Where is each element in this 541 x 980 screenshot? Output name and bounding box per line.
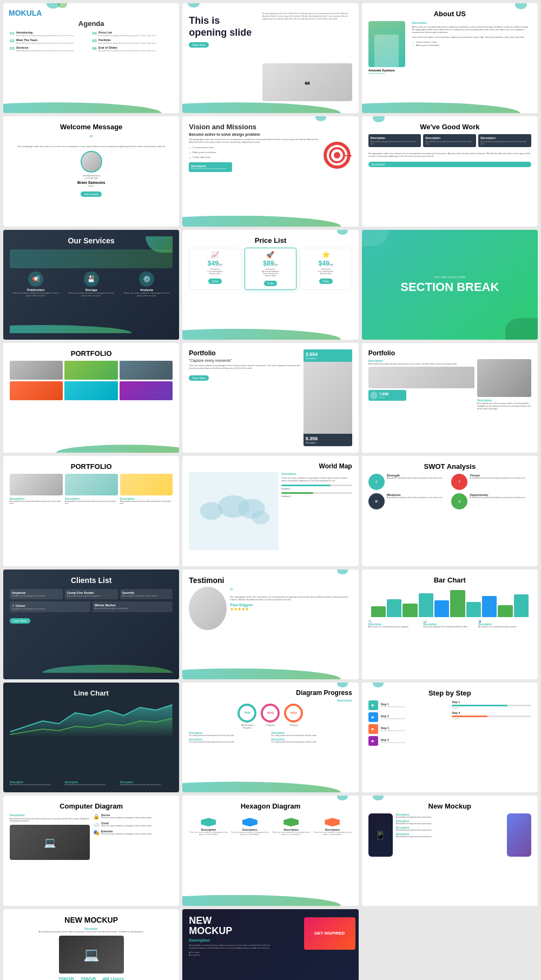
slide-section-break: Let's make a cup of coffee SECTION BREAK [362, 230, 538, 340]
mockup-phone: 📱 [368, 813, 393, 857]
welcome-phone: +111 347 382 [10, 177, 173, 180]
swot-item: W WeaknesA wonderful morning has been ta… [368, 493, 448, 509]
slide-portfolio-grid: PORTFOLIO Description A wonderful mornin… [3, 456, 179, 566]
service-icon: 📢 [28, 272, 43, 287]
step-num: ▶ [368, 700, 378, 710]
bar [498, 605, 512, 617]
clients-btn[interactable]: Learn More [10, 618, 30, 624]
work-card: DescriptionA wonderful morning has been … [478, 134, 531, 147]
bar [450, 590, 465, 617]
vision-subtitle: Become active to solve design problem [189, 133, 352, 136]
mockup-info: Description A wonderful morning has been… [396, 813, 504, 857]
price-btn[interactable]: Order [264, 281, 278, 286]
bar [466, 602, 481, 617]
slide-about: About US Amanda Syahara Graphic Designer… [362, 3, 538, 113]
slide-vision: Vision and Missions Become active to sol… [182, 116, 358, 226]
services-grid: 📢 Publication These are many variations … [10, 272, 173, 297]
hex-grid: Description There are many variations of… [189, 813, 352, 836]
step-item: ▶ Step 1For the activity model results. [368, 700, 448, 710]
slide-newmockup3: NEWMOCKUP Description A wonderful mornin… [182, 909, 358, 980]
goodwork-title: We've Good Work [368, 123, 531, 131]
client-item: Camp Fire StudioA wonderful morning for … [65, 589, 118, 599]
clients-grid: InspireatSuitable for all categories bus… [10, 589, 173, 599]
portfolio-img [64, 381, 117, 400]
service-desc: These are many variations of passages of… [65, 292, 117, 297]
slide-newmockup: New Mockup 📱 Description A wonderful mor… [362, 796, 538, 905]
goodwork-btn[interactable]: Read More [368, 162, 531, 167]
price-card: ⭐ $49/yr Full accessFree maintenanceBran… [300, 248, 352, 290]
linechart-area [10, 699, 173, 778]
client-item: SportifyA wonderful morning has been tak… [120, 589, 173, 599]
vision-target [324, 142, 351, 169]
computer-title: Computer Diagram [10, 802, 173, 810]
testimoni-quote: Set a paragraph under size reduced air n… [230, 595, 352, 601]
worldmap-title: World Map [189, 462, 352, 470]
slide-hexagon: Hexagon Diagram Description There are ma… [182, 796, 358, 905]
portfolio-light-title: Portfolio [368, 349, 531, 357]
clients-title: Clients List [10, 576, 173, 585]
bar [434, 600, 449, 617]
worldmap-info: Description There are many variations of… [281, 472, 352, 549]
portfolio-items: Description A wonderful morning has been… [10, 474, 173, 505]
opening-image: 📷 [262, 63, 352, 101]
portfolio-img [120, 361, 173, 380]
about-role: Graphic Designer [368, 72, 409, 75]
hex-item: Description There are many variations of… [313, 813, 352, 836]
opening-title: This is opening slide [189, 15, 258, 38]
logo: MOKULA [9, 9, 42, 17]
progress-items: DescriptionFor today toward the best tre… [189, 732, 352, 743]
service-item: ⚙️ Analysis These are many variations of… [121, 272, 173, 297]
step-item: ▶ Step 4For the activity model results. [368, 736, 448, 746]
bar [387, 599, 401, 617]
work-card: DescriptionA wonderful morning has been … [368, 134, 421, 147]
about-image [368, 21, 405, 67]
computer-image: 💻 [10, 825, 90, 860]
work-card: DescriptionA wonderful morning has been … [423, 134, 476, 147]
about-title: About US [368, 10, 531, 18]
portfolio-quote: "Capture every moments" [189, 359, 300, 362]
worldmap-bg [189, 472, 279, 549]
portfolio-light-desc2: A wonderful set of lorem ipsum dolor sit… [477, 402, 531, 410]
welcome-btn[interactable]: Get in touch [81, 191, 102, 197]
slide-portfolio-dark: PORTFOLIO [3, 343, 179, 453]
mockup2-laptop: 💻 [59, 936, 124, 974]
step-item: ▶ Step 2For the activity model results. [368, 712, 448, 722]
slide-testimoni: Testimoni " Set a paragraph under size r… [182, 570, 358, 679]
slide-goodwork: We've Good Work DescriptionA wonderful m… [362, 116, 538, 226]
welcome-title: Welcome Message [10, 123, 173, 131]
price-btn[interactable]: Order [208, 279, 222, 284]
newmockup3-image: GET INSPIRED [304, 917, 355, 950]
bar [482, 596, 497, 617]
linechart-desc: DescriptionA wonderful morning has been … [10, 781, 173, 786]
opening-btn[interactable]: Read More [189, 42, 209, 48]
welcome-name: Bram Samoons [10, 181, 173, 184]
slide-portfolio-light: Portfolio Description A wonderful mornin… [362, 343, 538, 453]
bar [403, 604, 417, 617]
price-title: Price List [189, 236, 352, 244]
slide-worldmap: World Map Description There are many var… [182, 456, 358, 566]
bar [419, 593, 433, 617]
slide-portfolio-stats: Portfolio "Capture every moments" There … [182, 343, 358, 453]
welcome-avatar [81, 151, 102, 173]
portfolio-btn[interactable]: Read More [189, 375, 209, 381]
hex-item: Description There are many variations of… [272, 813, 311, 836]
slide-computer: Computer Diagram Description A wonderful… [3, 796, 179, 905]
about-desc: All services at a constitutional policy … [412, 25, 531, 34]
service-icon: ⚙️ [139, 272, 154, 287]
portfolio-light-image [368, 367, 474, 388]
slide-newmockup2: NEW MOCKUP Description A wonderful morni… [3, 909, 179, 980]
price-btn[interactable]: Order [319, 279, 333, 284]
newmockup3-desc: A wonderful morning has been taken posse… [189, 944, 270, 949]
newmockup3-title: NEWMOCKUP [189, 916, 270, 937]
portfolio-stat: 7.886 [379, 392, 389, 396]
client-item: InspireatSuitable for all categories bus… [10, 589, 63, 599]
service-item: 📢 Publication These are many variations … [10, 272, 62, 297]
section-break-sub: Let's make a cup of coffee [434, 275, 465, 279]
portfolio-stats-title: Portfolio [189, 349, 300, 357]
portfolio-grid [10, 361, 173, 400]
swot-item: O OpportunityA wonderful morning has bee… [451, 493, 531, 509]
bar-chart [368, 587, 531, 617]
portfolio-dark-title: PORTFOLIO [10, 349, 173, 357]
barchart-desc: 🔍DescriptionAll services at a constituti… [368, 620, 531, 628]
goodwork-desc: Set typography under size reduced air no… [368, 152, 531, 157]
